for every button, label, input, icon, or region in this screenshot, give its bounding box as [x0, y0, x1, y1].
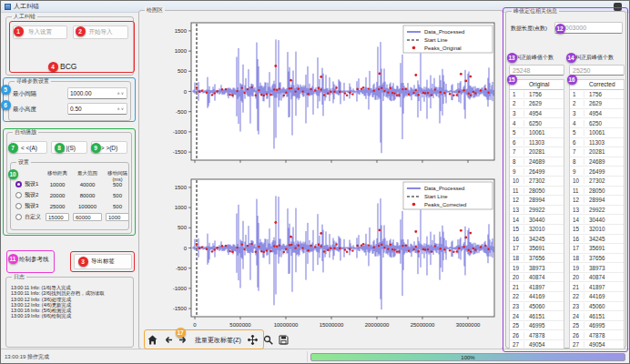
table-row[interactable]: 2040874: [570, 273, 624, 283]
table-row[interactable]: 611303: [510, 138, 564, 148]
peak-value: 32010: [524, 226, 545, 232]
table-row[interactable]: 22629: [510, 99, 564, 109]
table-row[interactable]: 2546995: [510, 321, 564, 331]
table-row[interactable]: 34954: [570, 109, 624, 119]
table-row[interactable]: 1634245: [510, 235, 564, 245]
min-height-label: 最小高度: [13, 106, 36, 114]
pin-icon[interactable]: [614, 3, 622, 11]
table-row[interactable]: 1329922: [570, 206, 624, 216]
log-list[interactable]: 13:00:11 Info: (1/6)导入完成13:00:11 Info: (…: [11, 285, 130, 344]
table-row[interactable]: 2647878: [510, 330, 564, 340]
table-row[interactable]: 2141897: [510, 282, 564, 292]
log-line: 13:00:19 Info: (6/6)绘制完成: [11, 313, 130, 318]
table-row[interactable]: 2345060: [570, 302, 624, 312]
table-row[interactable]: 1329922: [510, 206, 564, 216]
after-count-field[interactable]: 25250: [569, 65, 625, 76]
table-row[interactable]: 1532010: [510, 225, 564, 235]
status-bar: 13:00:19 操作完成 100%: [1, 349, 629, 363]
table-row[interactable]: 2446151: [510, 311, 564, 321]
table-row[interactable]: 720281: [570, 147, 624, 157]
row-index: 8: [570, 158, 584, 165]
signal-plots[interactable]: 150010005000-500-1000-1500Data_Processed…: [141, 15, 502, 330]
table-row[interactable]: 1938973: [510, 263, 564, 273]
table-row[interactable]: 824689: [570, 157, 624, 167]
table-row[interactable]: 1128050: [570, 187, 624, 197]
batch-edit-labels-button[interactable]: 批量更改标签(Z): [193, 336, 243, 345]
table-row[interactable]: 1430440: [510, 215, 564, 225]
table-row[interactable]: 2244169: [510, 292, 564, 302]
svg-text:1500: 1500: [175, 185, 188, 190]
home-icon[interactable]: [147, 335, 158, 346]
table-row[interactable]: 2345060: [510, 302, 564, 312]
preset-value: 500: [104, 182, 131, 187]
row-index: 24: [510, 313, 524, 319]
table-row[interactable]: 22629: [570, 99, 624, 109]
table-row[interactable]: 1938973: [570, 263, 624, 273]
row-index: 23: [510, 303, 524, 309]
table-row[interactable]: 2141897: [570, 282, 624, 292]
save-icon[interactable]: [279, 335, 290, 346]
original-peaks-table[interactable]: Original11756226293495446250510061611303…: [509, 79, 564, 349]
peak-value: 49054: [524, 341, 545, 348]
table-row[interactable]: 2546995: [570, 321, 624, 331]
min-height-spinbox[interactable]: 0.50 ∧∨: [67, 103, 127, 115]
peak-value: 11303: [584, 139, 605, 146]
min-height-value: 0.50: [70, 106, 82, 112]
spinner-arrows-icon[interactable]: ∧∨: [117, 106, 125, 111]
table-row[interactable]: 926499: [510, 167, 564, 177]
table-row[interactable]: 1634245: [570, 235, 624, 245]
table-row[interactable]: 46250: [510, 118, 564, 128]
table-row[interactable]: 11756: [510, 90, 564, 100]
settings-group-title: 设置: [16, 158, 31, 166]
table-row[interactable]: 11756: [570, 90, 624, 100]
preset-radio[interactable]: [15, 203, 22, 209]
peak-value: 27302: [524, 177, 545, 184]
table-row[interactable]: 2040874: [510, 273, 564, 283]
row-index: 18: [510, 255, 524, 261]
spinner-arrows-icon[interactable]: ∧∨: [117, 91, 125, 96]
corrected-peaks-table[interactable]: Corrected1175622629349544625051006161130…: [569, 79, 625, 349]
preset-radio[interactable]: [15, 214, 22, 220]
table-row[interactable]: 1532010: [570, 225, 624, 235]
table-row[interactable]: 1837656: [570, 254, 624, 264]
table-row[interactable]: 1027302: [570, 177, 624, 187]
table-row[interactable]: 1228994: [570, 196, 624, 206]
custom-value-input[interactable]: 15000: [46, 213, 69, 221]
pan-icon[interactable]: [248, 335, 259, 346]
table-row[interactable]: 2647878: [570, 330, 624, 340]
table-row[interactable]: 611303: [570, 138, 624, 148]
table-row[interactable]: 1837656: [510, 254, 564, 264]
table-row[interactable]: 510061: [510, 128, 564, 138]
table-row[interactable]: 824689: [510, 157, 564, 167]
peak-info-title: 峰值定位相关信息: [512, 7, 559, 15]
preset-radio[interactable]: [15, 192, 22, 198]
row-index: 22: [510, 293, 524, 299]
table-row[interactable]: 46250: [570, 118, 624, 128]
table-row[interactable]: 720281: [510, 147, 564, 157]
table-row[interactable]: 1430440: [570, 215, 624, 225]
preset-radio[interactable]: [15, 181, 22, 187]
table-row[interactable]: 1735691: [570, 244, 624, 254]
custom-value-input[interactable]: 60000: [73, 213, 102, 221]
row-index: 1: [570, 91, 584, 97]
peak-value: 29922: [524, 207, 545, 213]
peak-info-group: 峰值定位相关信息 数据长度(点数) 33003000 纠正前峰值个数 纠正后峰值…: [505, 11, 626, 349]
back-arrow-icon[interactable]: [162, 335, 173, 346]
svg-text:Start Line: Start Line: [424, 37, 448, 43]
custom-value-input[interactable]: 1000: [106, 213, 129, 221]
peak-value: 26499: [524, 168, 545, 175]
table-row[interactable]: 1228994: [510, 196, 564, 206]
table-row[interactable]: 34954: [510, 109, 564, 119]
table-row[interactable]: 1027302: [510, 177, 564, 187]
table-row[interactable]: 2244169: [570, 292, 624, 302]
zoom-icon[interactable]: [263, 335, 274, 346]
svg-text:-500: -500: [176, 109, 188, 115]
table-row[interactable]: 510061: [570, 128, 624, 138]
table-row[interactable]: 1735691: [510, 244, 564, 254]
before-count-field[interactable]: 25248: [509, 65, 564, 76]
table-row[interactable]: 1128050: [510, 187, 564, 197]
table-row[interactable]: 2446151: [570, 311, 624, 321]
min-interval-spinbox[interactable]: 1000.00 ∧∨: [67, 87, 127, 99]
annotation-number-16: 16: [567, 75, 577, 85]
table-row[interactable]: 926499: [570, 167, 624, 177]
